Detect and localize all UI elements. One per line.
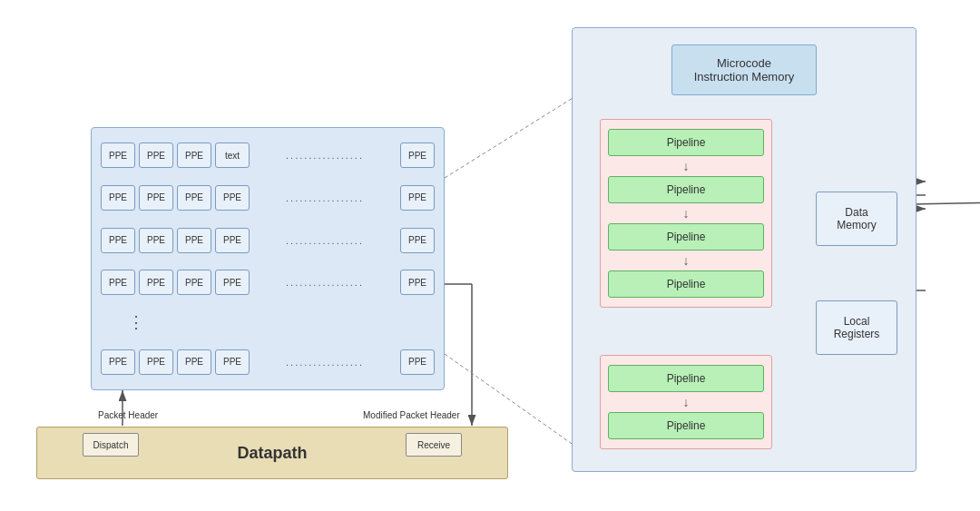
ppe-cell: PPE	[177, 142, 211, 168]
diagram-container: PPE PPE PPE text ................. PPE P…	[0, 0, 980, 511]
row-dots: .................	[253, 357, 397, 368]
ppe-cell: PPE	[215, 270, 250, 295]
ppe-row-4: PPE PPE PPE PPE ................. PPE	[101, 270, 435, 295]
pipeline-box-5: Pipeline	[608, 365, 764, 392]
ppe-cell: PPE	[101, 185, 135, 211]
ppe-cell: PPE	[101, 228, 135, 253]
ppe-cell: PPE	[400, 185, 435, 211]
ppe-cell: PPE	[101, 349, 135, 375]
ppe-cell-text: text	[215, 142, 250, 168]
pipeline-box-3: Pipeline	[608, 223, 764, 251]
dispatch-box: Dispatch	[83, 433, 139, 457]
pipeline-group-1: Pipeline ↓ Pipeline ↓ Pipeline ↓ Pipelin…	[600, 119, 772, 308]
pipeline-box-1: Pipeline	[608, 129, 764, 156]
receive-box: Receive	[406, 433, 462, 457]
local-registers-box: LocalRegisters	[816, 300, 897, 355]
ppe-cell: PPE	[139, 185, 173, 211]
ppe-cell: PPE	[101, 142, 135, 168]
pipeline-box-2: Pipeline	[608, 176, 764, 203]
ppe-cell: PPE	[139, 349, 173, 375]
ppe-cell: PPE	[177, 228, 211, 253]
ppe-cell: PPE	[215, 185, 250, 211]
datapath-section: Dispatch Datapath Receive	[36, 427, 508, 479]
ppe-cell: PPE	[400, 270, 435, 295]
ppe-cell: PPE	[139, 142, 173, 168]
ppe-row-1: PPE PPE PPE text ................. PPE	[101, 142, 435, 168]
ppe-cell: PPE	[215, 228, 250, 253]
ppe-cell: PPE	[400, 228, 435, 253]
ppe-grid: PPE PPE PPE text ................. PPE P…	[101, 137, 435, 380]
ppe-cell: PPE	[177, 270, 211, 295]
datapath-label: Datapath	[237, 444, 307, 463]
ppe-cell: PPE	[400, 142, 435, 168]
ppe-array-panel: PPE PPE PPE text ................. PPE P…	[91, 127, 445, 390]
row-dots: .................	[253, 150, 397, 161]
ppe-cell: PPE	[400, 349, 435, 375]
ppe-row-5: PPE PPE PPE PPE ................. PPE	[101, 349, 435, 375]
row-dots: .................	[253, 235, 397, 246]
ppe-cell: PPE	[101, 270, 135, 295]
microcode-instruction-memory: MicrocodeInstruction Memory	[671, 44, 817, 95]
packet-header-label: Packet Header	[98, 410, 158, 420]
pipeline-box-4: Pipeline	[608, 270, 764, 298]
row-dots: .................	[253, 277, 397, 288]
pipeline-arrow-2: ↓	[608, 207, 764, 220]
ppe-row-3: PPE PPE PPE PPE ................. PPE	[101, 228, 435, 253]
pipeline-group-2: Pipeline ↓ Pipeline	[600, 355, 772, 449]
pipeline-arrow-1: ↓	[608, 160, 764, 172]
ppe-vdots-row: ⋮	[101, 312, 435, 332]
data-memory-box: DataMemory	[816, 192, 897, 246]
ppe-row-2: PPE PPE PPE PPE ................. PPE	[101, 185, 435, 211]
vdots: ⋮	[119, 312, 153, 332]
pipeline-arrow-3: ↓	[608, 254, 764, 267]
ppe-cell: PPE	[177, 185, 211, 211]
pipeline-box-6: Pipeline	[608, 412, 764, 439]
ppe-cell: PPE	[139, 228, 173, 253]
pipeline-arrow-4: ↓	[608, 396, 764, 408]
microcode-panel: MicrocodeInstruction Memory Pipeline ↓ P…	[572, 27, 916, 472]
modified-packet-header-label: Modified Packet Header	[363, 410, 460, 420]
ppe-cell: PPE	[139, 270, 173, 295]
row-dots: .................	[253, 192, 397, 203]
ppe-cell: PPE	[177, 349, 211, 375]
ppe-cell: PPE	[215, 349, 250, 375]
